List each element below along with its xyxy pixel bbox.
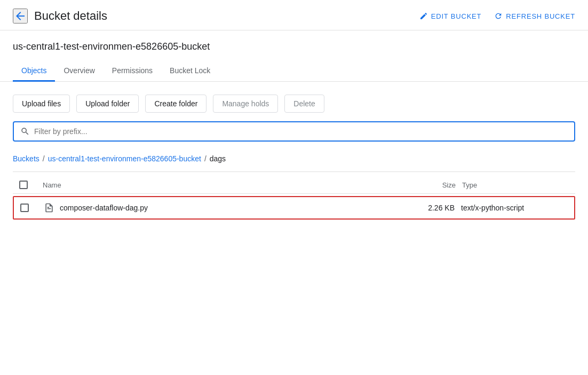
create-folder-button[interactable]: Create folder <box>145 95 206 113</box>
page-header: Bucket details EDIT BUCKET REFRESH BUCKE… <box>0 0 588 30</box>
file-size: 2.26 KB <box>412 204 455 212</box>
tab-overview[interactable]: Overview <box>55 61 103 82</box>
file-name: composer-dataflow-dag.py <box>60 204 406 212</box>
tab-permissions[interactable]: Permissions <box>104 61 161 82</box>
file-icon <box>44 202 54 213</box>
col-size-header: Size <box>413 181 456 189</box>
filter-section <box>0 121 588 148</box>
tab-objects[interactable]: Objects <box>13 61 55 82</box>
edit-icon <box>419 12 428 20</box>
header-actions: EDIT BUCKET REFRESH BUCKET <box>419 12 575 20</box>
table-divider <box>13 171 575 172</box>
upload-folder-button[interactable]: Upload folder <box>76 95 139 113</box>
select-all-checkbox[interactable] <box>19 181 28 189</box>
col-type-header: Type <box>462 181 569 189</box>
back-button[interactable] <box>13 9 28 24</box>
upload-files-button[interactable]: Upload files <box>13 95 70 113</box>
breadcrumb-buckets-link[interactable]: Buckets <box>13 154 39 163</box>
search-icon <box>20 127 30 136</box>
tab-bucket-lock[interactable]: Bucket Lock <box>161 61 219 82</box>
refresh-bucket-button[interactable]: REFRESH BUCKET <box>494 12 575 20</box>
bucket-name-section: us-central1-test-environmen-e5826605-buc… <box>0 30 588 52</box>
manage-holds-button[interactable]: Manage holds <box>213 95 278 113</box>
row-checkbox[interactable] <box>20 204 29 212</box>
back-arrow-icon <box>14 10 27 22</box>
breadcrumb-sep-1: / <box>43 154 45 163</box>
files-table: Name Size Type composer-dataflow-dag.py … <box>0 176 588 220</box>
breadcrumb-current: dags <box>210 154 226 163</box>
breadcrumb: Buckets / us-central1-test-environmen-e5… <box>13 154 575 163</box>
page-title: Bucket details <box>34 9 419 23</box>
toolbar: Upload files Upload folder Create folder… <box>0 82 588 121</box>
col-name-header: Name <box>43 181 407 189</box>
table-header: Name Size Type <box>13 176 575 194</box>
breadcrumb-section: Buckets / us-central1-test-environmen-e5… <box>0 148 588 167</box>
document-icon <box>44 202 54 213</box>
delete-button[interactable]: Delete <box>284 95 324 113</box>
breadcrumb-bucket-link[interactable]: us-central1-test-environmen-e5826605-buc… <box>48 154 201 163</box>
filter-input-wrapper <box>13 121 575 142</box>
table-row[interactable]: composer-dataflow-dag.py 2.26 KB text/x-… <box>13 196 575 220</box>
breadcrumb-sep-2: / <box>204 154 206 163</box>
bucket-name: us-central1-test-environmen-e5826605-buc… <box>13 41 575 52</box>
filter-input[interactable] <box>34 127 568 136</box>
refresh-icon <box>494 12 503 20</box>
edit-bucket-button[interactable]: EDIT BUCKET <box>419 12 482 20</box>
tabs-bar: Objects Overview Permissions Bucket Lock <box>0 61 588 82</box>
file-type: text/x-python-script <box>461 204 568 212</box>
